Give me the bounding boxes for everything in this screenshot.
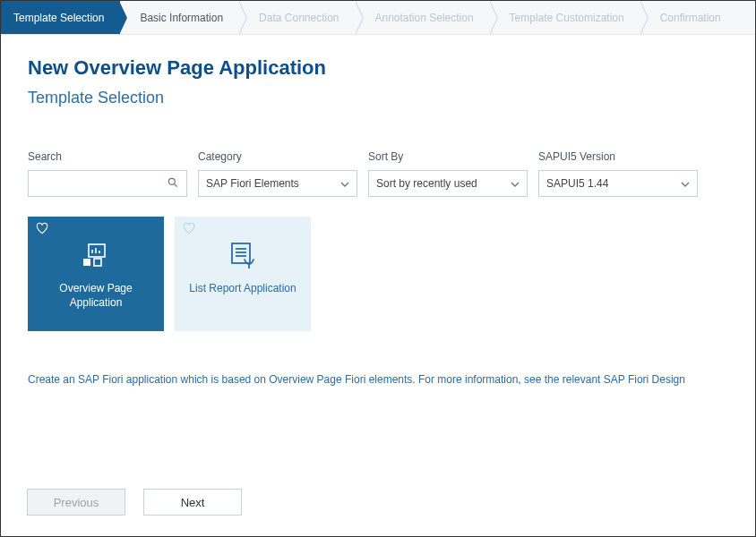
previous-button: Previous — [27, 489, 125, 516]
svg-line-1 — [175, 183, 177, 186]
wizard-step-annotation-selection: Annotation Selection — [356, 1, 490, 34]
chevron-down-icon — [511, 177, 520, 190]
wizard-step-label: Annotation Selection — [375, 12, 474, 24]
svg-rect-6 — [83, 259, 90, 266]
search-icon[interactable] — [167, 176, 179, 192]
heart-icon[interactable] — [35, 222, 49, 237]
category-label: Category — [198, 150, 357, 163]
template-description: Create an SAP Fiori application which is… — [28, 372, 728, 388]
page-title: New Overview Page Application — [28, 56, 728, 80]
chevron-down-icon — [681, 177, 690, 190]
tile-list-report-application[interactable]: List Report Application — [175, 217, 311, 331]
heart-icon[interactable] — [182, 222, 196, 237]
chevron-down-icon — [340, 177, 349, 190]
tile-label: Overview Page Application — [35, 281, 157, 310]
wizard-step-label: Template Selection — [13, 12, 104, 24]
wizard-step-label: Template Customization — [510, 12, 624, 24]
wizard-step-basic-information[interactable]: Basic Information — [120, 1, 239, 34]
search-input-wrap[interactable] — [28, 170, 187, 197]
search-input[interactable] — [36, 177, 167, 190]
previous-label: Previous — [54, 496, 99, 509]
tile-label: List Report Application — [189, 281, 296, 295]
wizard-step-label: Data Connection — [259, 12, 339, 24]
next-label: Next — [181, 496, 205, 509]
svg-rect-7 — [94, 259, 101, 266]
overview-page-icon — [80, 238, 112, 274]
search-label: Search — [28, 150, 187, 163]
next-button[interactable]: Next — [143, 489, 242, 516]
filter-row: Search Category SAP Fiori Elements — [28, 150, 728, 197]
sort-value: Sort by recently used — [376, 177, 477, 190]
sort-select[interactable]: Sort by recently used — [368, 170, 528, 197]
version-value: SAPUI5 1.44 — [546, 177, 608, 190]
list-report-icon — [227, 238, 259, 274]
category-select[interactable]: SAP Fiori Elements — [198, 170, 357, 197]
wizard-step-confirmation: Confirmation — [640, 1, 737, 34]
sort-label: Sort By — [368, 150, 528, 163]
svg-rect-2 — [89, 244, 105, 257]
wizard-step-label: Confirmation — [660, 12, 721, 24]
template-tiles: Overview Page Application List Report Ap… — [28, 217, 728, 331]
version-select[interactable]: SAPUI5 1.44 — [538, 170, 698, 197]
tile-overview-page-application[interactable]: Overview Page Application — [28, 217, 164, 331]
wizard-step-data-connection: Data Connection — [239, 1, 355, 34]
svg-point-0 — [168, 178, 175, 184]
category-value: SAP Fiori Elements — [206, 177, 299, 190]
wizard-step-label: Basic Information — [140, 12, 223, 24]
svg-rect-8 — [232, 243, 250, 263]
wizard-step-template-customization: Template Customization — [490, 1, 640, 34]
wizard-steps: Template Selection Basic Information Dat… — [1, 1, 755, 35]
wizard-step-template-selection[interactable]: Template Selection — [1, 1, 120, 34]
version-label: SAPUI5 Version — [538, 150, 698, 163]
page-subtitle: Template Selection — [28, 89, 728, 107]
wizard-nav: Previous Next — [27, 489, 242, 516]
